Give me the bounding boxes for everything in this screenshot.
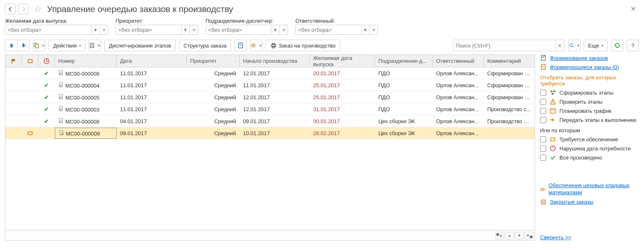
search-input[interactable] xyxy=(453,40,556,51)
cell-desired: 20.01.2017 xyxy=(310,69,375,78)
pager-last-button[interactable]: ▼▄ xyxy=(525,232,534,239)
header-priority-label: Приоритет xyxy=(190,58,217,64)
settings-button[interactable]: ▼ xyxy=(250,40,262,51)
header-col-flag[interactable] xyxy=(5,55,22,67)
favorite-icon[interactable]: ☆ xyxy=(34,4,42,14)
cell-priority: Средний xyxy=(187,69,240,78)
cell-comment: Сформирован а... xyxy=(484,81,535,90)
header-col-hold[interactable] xyxy=(22,55,38,67)
check-all-done[interactable] xyxy=(540,155,546,161)
pager-first-button[interactable]: ▀▲ xyxy=(495,232,504,239)
svg-rect-35 xyxy=(553,90,555,92)
report-button[interactable] xyxy=(234,40,247,51)
filter-department-clear[interactable]: ✕ xyxy=(280,25,288,35)
search-button[interactable]: ▼ xyxy=(568,40,580,51)
cell-desired: 28.02.2017 xyxy=(310,129,375,138)
workshop-supply-icon xyxy=(540,186,545,193)
attach-button[interactable]: ▼ xyxy=(89,40,101,51)
structure-button[interactable]: Структура заказа xyxy=(179,40,231,51)
cell-responsible: Орлов Алексан... xyxy=(433,129,484,138)
table-row[interactable]: ✔ МС00-00000311.01.2017Средний12.01.2017… xyxy=(5,103,535,115)
filter-priority-input[interactable] xyxy=(116,25,182,35)
header-responsible[interactable]: Ответственный xyxy=(433,55,484,67)
cell-responsible: Орлов Алексан... xyxy=(433,69,484,78)
nav-forward-button[interactable] xyxy=(18,4,29,14)
svg-rect-12 xyxy=(272,43,275,45)
filter-priority-clear[interactable]: ✕ xyxy=(190,25,198,35)
cell-comment: Сформирован а... xyxy=(484,93,535,102)
cell-start: 12.01.2017 xyxy=(240,105,310,114)
filter-department-dropdown[interactable]: ▼ xyxy=(271,25,280,35)
svg-rect-38 xyxy=(550,109,555,113)
help-button[interactable]: ? xyxy=(627,40,639,51)
header-priority[interactable]: Приоритет ↑ xyxy=(187,55,240,67)
header-start[interactable]: Начало производства xyxy=(240,55,310,67)
check-form-stages[interactable] xyxy=(540,90,546,96)
cell-date: 11.01.2017 xyxy=(117,105,187,114)
pager-next-button[interactable]: ▼ xyxy=(515,232,524,239)
collapse-panel-link[interactable]: Свернуть >> xyxy=(540,231,639,240)
actions-button[interactable]: Действия ▾ xyxy=(49,40,85,51)
filter-department-input[interactable] xyxy=(205,25,271,35)
filter-responsible-clear[interactable]: ✕ xyxy=(370,25,378,35)
filter-desired-date-input[interactable] xyxy=(5,25,92,35)
table-row[interactable]: ✔ МС00-00000411.01.2017Средний11.01.2017… xyxy=(5,79,535,91)
dispatch-button[interactable]: Диспетчирование этапов xyxy=(104,40,176,51)
more-button[interactable]: Еще ▾ xyxy=(584,40,608,51)
link-workshop-supply[interactable]: Обеспечение цеховых кладовых материалами xyxy=(548,182,639,196)
production-order-button[interactable]: Заказ на производство xyxy=(266,40,340,51)
table-row[interactable]: МС00-00000909.01.2017Средний10.01.201728… xyxy=(5,127,535,139)
pager-prev-button[interactable]: ▲ xyxy=(505,232,514,239)
link-forming-orders[interactable]: Формирующиеся заказы (0) xyxy=(550,64,619,70)
svg-rect-23 xyxy=(59,82,63,87)
check-plan-schedule[interactable] xyxy=(540,108,546,114)
cell-number: МС00-000003 xyxy=(55,104,117,114)
table-pager: ▀▲ ▲ ▼ ▼▄ xyxy=(5,230,535,240)
filter-responsible-input[interactable] xyxy=(295,25,361,35)
arrow-down-blue-icon xyxy=(20,42,27,49)
check-send-stages[interactable] xyxy=(540,117,546,123)
header-desired[interactable]: Желаемая дата выпуска xyxy=(310,55,375,67)
filter-priority-dropdown[interactable]: ▼ xyxy=(182,25,190,35)
svg-rect-31 xyxy=(541,64,545,69)
close-button[interactable]: ✕ xyxy=(627,3,639,14)
cell-priority: Средний xyxy=(187,93,240,102)
filter-responsible-dropdown[interactable]: ▼ xyxy=(361,25,370,35)
link-closed-orders[interactable]: Закрытые заказы xyxy=(550,199,593,205)
filter-desired-date-clear[interactable]: ✕ xyxy=(100,25,108,35)
cell-priority: Средний xyxy=(187,117,240,126)
link-form-orders[interactable]: Формирование заказов xyxy=(550,55,608,61)
nav-back-button[interactable] xyxy=(5,4,16,14)
move-up-button[interactable] xyxy=(5,40,17,51)
cell-date: 11.01.2017 xyxy=(117,69,187,78)
table-row[interactable]: ✔ МС00-00000804.01.2017Средний09.01.2017… xyxy=(5,115,535,127)
search-clear-button[interactable]: ✕ xyxy=(555,40,565,51)
box-icon xyxy=(27,58,33,64)
refresh-button[interactable] xyxy=(611,40,623,51)
header-comment[interactable]: Комментарий xyxy=(484,55,535,67)
cell-comment: Производство п... xyxy=(484,117,535,126)
production-order-label: Заказ на производство xyxy=(278,43,335,49)
move-down-button[interactable] xyxy=(17,40,30,51)
filter-desired-date-label: Желаемая дата выпуска: xyxy=(5,18,108,24)
header-date[interactable]: Дата xyxy=(117,55,187,67)
check-verify-stages[interactable] xyxy=(540,99,546,105)
verify-stages-icon xyxy=(550,98,556,105)
header-department[interactable]: Подразделение-д... xyxy=(375,55,433,67)
copy-button[interactable]: ▼ xyxy=(33,40,45,51)
help-icon: ? xyxy=(631,43,634,49)
svg-rect-13 xyxy=(272,46,275,48)
check-supply-needed[interactable] xyxy=(540,136,546,143)
filter-responsible-label: Ответственный: xyxy=(295,18,378,24)
filter-desired-date-dropdown[interactable]: ▼ xyxy=(92,25,100,35)
cell-responsible: Орлов Алексан... xyxy=(433,105,484,114)
table-row[interactable]: ✔ МС00-00000511.01.2017Средний12.01.2017… xyxy=(5,91,535,103)
cell-date: 11.01.2017 xyxy=(117,93,187,102)
header-number[interactable]: Номер xyxy=(55,55,117,67)
header-col-time[interactable] xyxy=(38,55,55,67)
svg-rect-34 xyxy=(550,90,552,92)
table-row[interactable]: ✔ МС00-00000611.01.2017Средний12.01.2017… xyxy=(5,67,535,79)
svg-rect-30 xyxy=(541,55,545,60)
document-icon xyxy=(58,119,64,125)
check-date-violated[interactable] xyxy=(540,145,546,152)
